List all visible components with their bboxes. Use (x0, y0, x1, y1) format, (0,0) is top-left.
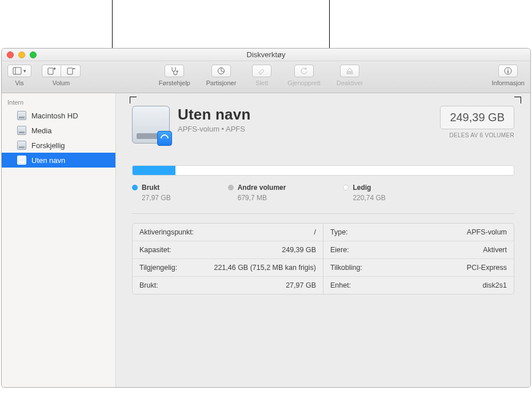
disk-icon (17, 125, 27, 136)
legend-other: Andre volumer 679,7 MB (228, 184, 286, 202)
disk-icon (17, 110, 27, 121)
info-button[interactable] (498, 65, 518, 77)
restore-label: Gjenopprett (287, 79, 320, 86)
info-icon (503, 66, 513, 75)
app-window: Diskverktøy ▾ Vis Volum (1, 48, 531, 388)
eraser-icon (257, 66, 266, 75)
info-value: 221,46 GB (715,2 MB kan frigis) (214, 264, 316, 272)
info-row: Enhet:disk2s1 (323, 277, 514, 294)
info-key: Kapasitet: (139, 246, 171, 254)
info-key: Brukt: (139, 281, 158, 289)
legend-value: 220,74 GB (353, 194, 385, 202)
titlebar: Diskverktøy (2, 49, 530, 61)
info-row: Tilgjengelig:221,46 GB (715,2 MB kan fri… (133, 259, 323, 277)
usage-bar (132, 165, 514, 176)
svg-point-4 (177, 71, 178, 73)
info-value: Aktivert (483, 246, 507, 254)
sidebar-item-label: Forskjellig (31, 141, 65, 150)
sidebar-item-uten-navn[interactable]: Uten navn (2, 153, 115, 168)
legend-used: Brukt 27,97 GB (132, 184, 171, 202)
restore-icon (299, 66, 309, 75)
toolbar-group-view: ▾ Vis (7, 65, 31, 86)
info-key: Type: (330, 228, 348, 236)
sidebar: Intern Macintosh HD Media Forskjellig Ut… (2, 93, 116, 387)
info-key: Enhet: (330, 281, 351, 289)
swatch-icon (228, 185, 234, 190)
info-key: Tilgjengelig: (139, 264, 177, 272)
volume-plus-icon (47, 66, 56, 75)
unmount-button[interactable] (340, 65, 359, 77)
disk-icon (17, 140, 27, 150)
volume-shared-label: DELES AV 6 VOLUMER (440, 132, 514, 138)
sidebar-item-label: Media (31, 126, 51, 135)
sidebar-item-label: Uten navn (31, 156, 65, 165)
remove-volume-button[interactable] (61, 65, 81, 77)
swatch-icon (343, 185, 349, 190)
svg-rect-0 (13, 67, 21, 74)
toolbar-group-info: Informasjon (492, 65, 525, 86)
finder-badge-icon (157, 131, 172, 146)
divider (132, 213, 514, 214)
callout-line (329, 0, 330, 48)
legend-value: 27,97 GB (142, 194, 171, 202)
info-row: Kapasitet:249,39 GB (133, 241, 323, 259)
sidebar-layout-icon (13, 66, 22, 75)
window-title: Diskverktøy (2, 50, 530, 59)
info-col-left: Aktiveringspunkt:/ Kapasitet:249,39 GB T… (133, 224, 323, 294)
sidebar-item-forskjellig[interactable]: Forskjellig (2, 138, 115, 153)
volume-size-box: 249,39 GB (440, 106, 514, 129)
volume-large-icon (132, 106, 170, 144)
svg-point-8 (507, 69, 509, 70)
toolbar-group-volume: Volum (42, 65, 81, 86)
info-row: Aktiveringspunkt:/ (133, 224, 323, 241)
main-panel: Uten navn APFS-volum • APFS 249,39 GB DE… (116, 93, 530, 387)
legend-label: Brukt (142, 184, 159, 192)
info-col-right: Type:APFS-volum Eiere:Aktivert Tilkoblin… (323, 224, 514, 294)
info-row: Eiere:Aktivert (323, 241, 514, 259)
firstaid-label: Førstehjelp (159, 79, 190, 86)
usage-legend: Brukt 27,97 GB Andre volumer 679,7 MB Le… (132, 184, 514, 202)
sidebar-item-macintosh-hd[interactable]: Macintosh HD (2, 108, 115, 123)
info-value: APFS-volum (467, 228, 507, 236)
legend-value: 679,7 MB (238, 194, 286, 202)
info-table: Aktiveringspunkt:/ Kapasitet:249,39 GB T… (132, 223, 514, 294)
restore-button[interactable] (294, 65, 314, 77)
info-value: / (314, 228, 316, 236)
volume-minus-icon (66, 66, 75, 75)
erase-button[interactable] (252, 65, 271, 77)
sidebar-item-label: Macintosh HD (31, 112, 78, 120)
info-key: Aktiveringspunkt: (139, 228, 194, 236)
firstaid-button[interactable] (165, 65, 184, 77)
legend-label: Ledig (353, 184, 371, 192)
info-value: disk2s1 (483, 281, 507, 289)
stethoscope-icon (170, 66, 179, 75)
info-row: Tilkobling:PCI-Express (323, 259, 514, 277)
view-button[interactable]: ▾ (7, 65, 31, 77)
svg-rect-6 (347, 73, 353, 74)
svg-rect-3 (67, 68, 73, 74)
view-label: Vis (15, 79, 23, 86)
erase-label: Slett (255, 79, 268, 86)
callout-line (112, 0, 113, 48)
info-row: Brukt:27,97 GB (133, 277, 323, 294)
info-value: 249,39 GB (282, 246, 316, 254)
chevron-down-icon: ▾ (23, 68, 26, 74)
volume-label: Volum (53, 79, 70, 86)
usage-bar-used (133, 166, 175, 175)
info-label: Informasjon (492, 79, 525, 86)
partition-label: Partisjoner (206, 79, 237, 86)
sidebar-section-internal: Intern (2, 97, 115, 108)
eject-icon (345, 66, 354, 75)
unmount-label: Deaktiver (337, 79, 363, 86)
toolbar: ▾ Vis Volum Førstehjelp (2, 61, 530, 93)
sidebar-item-media[interactable]: Media (2, 123, 115, 138)
info-row: Type:APFS-volum (323, 224, 514, 241)
volume-subtitle: APFS-volum • APFS (178, 125, 440, 133)
swatch-icon (132, 185, 138, 190)
partition-button[interactable] (211, 65, 231, 77)
add-volume-button[interactable] (42, 65, 61, 77)
legend-free: Ledig 220,74 GB (343, 184, 385, 202)
svg-rect-2 (48, 68, 53, 74)
legend-label: Andre volumer (238, 184, 286, 192)
disk-icon (17, 155, 27, 165)
